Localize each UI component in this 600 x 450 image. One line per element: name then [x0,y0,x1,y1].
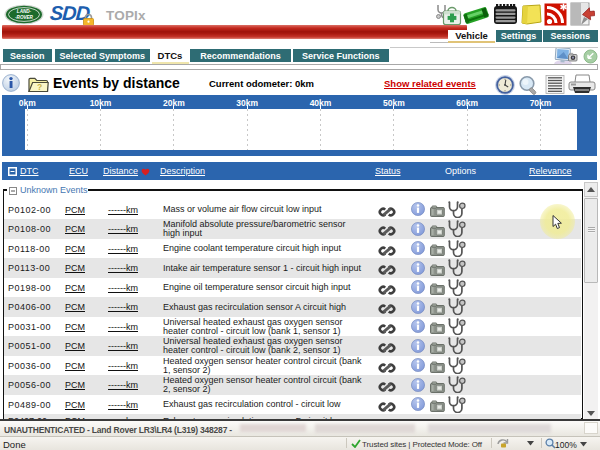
svg-text:LAND-: LAND- [17,9,32,14]
svg-text:-ROVER: -ROVER [15,15,34,20]
svg-text:?: ? [37,82,42,92]
